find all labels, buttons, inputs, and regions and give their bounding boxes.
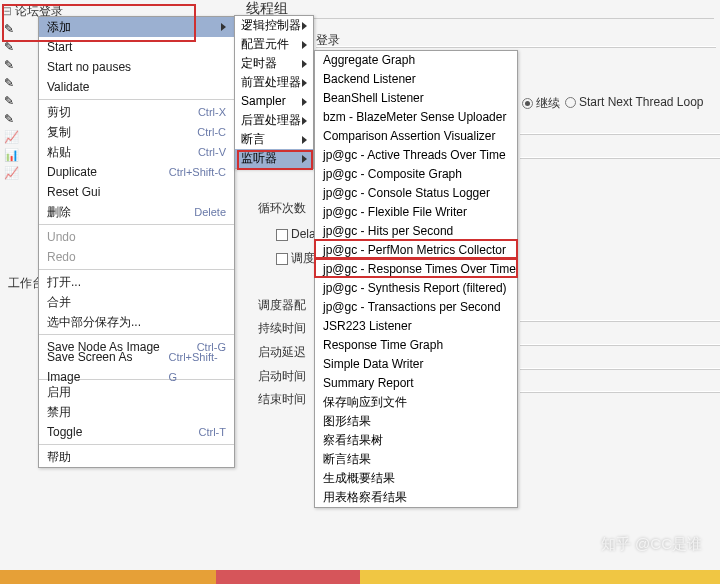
- submenu-item[interactable]: 逻辑控制器: [235, 16, 313, 35]
- menu-item[interactable]: 帮助: [39, 447, 234, 467]
- submenu-item[interactable]: 定时器: [235, 54, 313, 73]
- tree-icon: ✎: [4, 75, 34, 90]
- tree-icon: ✎: [4, 39, 34, 54]
- menu-item[interactable]: 合并: [39, 292, 234, 312]
- taskbar: [0, 570, 720, 584]
- listener-item[interactable]: jp@gc - PerfMon Metrics Collector: [315, 241, 517, 260]
- listener-item[interactable]: jp@gc - Hits per Second: [315, 222, 517, 241]
- listener-item[interactable]: 生成概要结果: [315, 469, 517, 488]
- duration-label: 持续时间: [258, 320, 306, 337]
- tree-icon: ✎: [4, 111, 34, 126]
- tree-icon: ✎: [4, 57, 34, 72]
- menu-item[interactable]: Save Screen As ImageCtrl+Shift-G: [39, 357, 234, 377]
- start-time-label: 启动时间: [258, 368, 306, 385]
- listener-item[interactable]: 察看结果树: [315, 431, 517, 450]
- submenu-item[interactable]: 断言: [235, 130, 313, 149]
- submenu-item[interactable]: 后置处理器: [235, 111, 313, 130]
- context-menu: 添加StartStart no pausesValidate剪切Ctrl-X复制…: [38, 16, 235, 468]
- submenu-item[interactable]: 前置处理器: [235, 73, 313, 92]
- watermark: 知乎 @CC是谁: [601, 535, 702, 554]
- listener-item[interactable]: Response Time Graph: [315, 336, 517, 355]
- loop-count-label: 循环次数: [258, 200, 306, 217]
- listener-item[interactable]: JSR223 Listener: [315, 317, 517, 336]
- menu-item[interactable]: 打开...: [39, 272, 234, 292]
- listener-item[interactable]: Comparison Assertion Visualizer: [315, 127, 517, 146]
- listener-item[interactable]: jp@gc - Transactions per Second: [315, 298, 517, 317]
- add-submenu: 逻辑控制器配置元件定时器前置处理器Sampler后置处理器断言监听器: [234, 15, 314, 169]
- listener-item[interactable]: jp@gc - Synthesis Report (filtered): [315, 279, 517, 298]
- menu-item[interactable]: 复制Ctrl-C: [39, 122, 234, 142]
- menu-item[interactable]: 粘贴Ctrl-V: [39, 142, 234, 162]
- submenu-item[interactable]: 监听器: [235, 149, 313, 168]
- menu-item[interactable]: 剪切Ctrl-X: [39, 102, 234, 122]
- listener-item[interactable]: jp@gc - Response Times Over Time: [315, 260, 517, 279]
- listener-item[interactable]: jp@gc - Console Status Logger: [315, 184, 517, 203]
- listener-item[interactable]: bzm - BlazeMeter Sense Uploader: [315, 108, 517, 127]
- listener-item[interactable]: 用表格察看结果: [315, 488, 517, 507]
- submenu-item[interactable]: Sampler: [235, 92, 313, 111]
- menu-item[interactable]: Redo: [39, 247, 234, 267]
- menu-item[interactable]: 选中部分保存为...: [39, 312, 234, 332]
- listener-item[interactable]: jp@gc - Composite Graph: [315, 165, 517, 184]
- continue-radio[interactable]: 继续: [522, 95, 560, 112]
- listener-item[interactable]: jp@gc - Flexible File Writer: [315, 203, 517, 222]
- menu-item[interactable]: 添加: [39, 17, 234, 37]
- start-delay-label: 启动延迟: [258, 344, 306, 361]
- menu-item[interactable]: DuplicateCtrl+Shift-C: [39, 162, 234, 182]
- listener-item[interactable]: Simple Data Writer: [315, 355, 517, 374]
- listener-item[interactable]: 断言结果: [315, 450, 517, 469]
- tree-icon: 📊: [4, 147, 34, 162]
- scheduler-config-label: 调度器配: [258, 297, 306, 314]
- menu-item[interactable]: Undo: [39, 227, 234, 247]
- listener-item[interactable]: BeanShell Listener: [315, 89, 517, 108]
- listener-item[interactable]: 保存响应到文件: [315, 393, 517, 412]
- listener-item[interactable]: Backend Listener: [315, 70, 517, 89]
- menu-item[interactable]: 禁用: [39, 402, 234, 422]
- menu-item[interactable]: 删除Delete: [39, 202, 234, 222]
- listener-item[interactable]: 图形结果: [315, 412, 517, 431]
- menu-item[interactable]: Validate: [39, 77, 234, 97]
- menu-item[interactable]: Start: [39, 37, 234, 57]
- tree-icon: ✎: [4, 93, 34, 108]
- tree-icon: 📈: [4, 165, 34, 180]
- tree-icon: ✎: [4, 21, 34, 36]
- start-next-radio[interactable]: Start Next Thread Loop: [565, 95, 704, 109]
- listener-item[interactable]: Aggregate Graph: [315, 51, 517, 70]
- end-time-label: 结束时间: [258, 391, 306, 408]
- listener-submenu: Aggregate GraphBackend ListenerBeanShell…: [314, 50, 518, 508]
- menu-item[interactable]: ToggleCtrl-T: [39, 422, 234, 442]
- tree-icon: 📈: [4, 129, 34, 144]
- menu-item[interactable]: Reset Gui: [39, 182, 234, 202]
- listener-item[interactable]: jp@gc - Active Threads Over Time: [315, 146, 517, 165]
- menu-item[interactable]: Start no pauses: [39, 57, 234, 77]
- submenu-item[interactable]: 配置元件: [235, 35, 313, 54]
- listener-item[interactable]: Summary Report: [315, 374, 517, 393]
